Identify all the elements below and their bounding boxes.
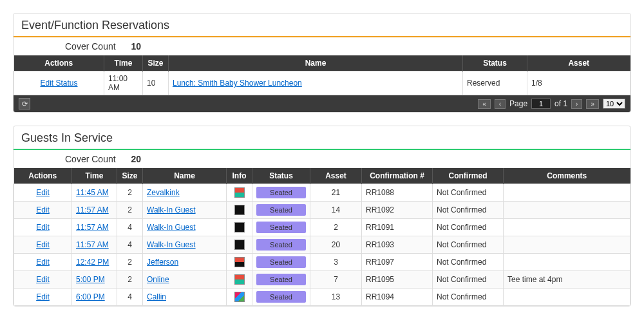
pager-next-button[interactable]: › xyxy=(571,99,582,109)
guest-comments xyxy=(504,219,630,236)
event-time: 11:00 AM xyxy=(104,71,143,95)
edit-link[interactable]: Edit xyxy=(36,223,50,232)
guest-name-link[interactable]: Walk-In Guest xyxy=(147,240,196,249)
table-row: Edit11:57 AM4Walk-In GuestSeated20RR1093… xyxy=(14,236,630,254)
edit-status-link[interactable]: Edit Status xyxy=(40,79,77,88)
event-asset: 1/8 xyxy=(527,71,630,95)
status-badge: Seated xyxy=(256,291,306,303)
guest-confirmed: Not Confirmed xyxy=(433,219,504,236)
status-badge: Seated xyxy=(256,239,306,251)
info-icon[interactable] xyxy=(234,222,245,232)
guest-confirmed: Not Confirmed xyxy=(433,184,504,202)
table-row: Edit Status11:00 AM10Lunch: Smith Baby S… xyxy=(14,71,630,95)
pager-page-input[interactable] xyxy=(531,99,551,109)
guest-name-link[interactable]: Callin xyxy=(147,292,166,301)
guests-col-confirmed: Confirmed xyxy=(433,168,504,184)
table-row: Edit6:00 PM4CallinSeated13RR1094Not Conf… xyxy=(14,289,630,306)
guest-comments xyxy=(504,289,630,306)
guest-time-link[interactable]: 12:42 PM xyxy=(76,258,109,267)
info-icon[interactable] xyxy=(234,292,245,302)
guest-size: 2 xyxy=(117,254,143,271)
status-badge: Seated xyxy=(256,187,306,198)
guest-comments xyxy=(504,236,630,254)
guest-time-link[interactable]: 11:57 AM xyxy=(76,205,109,214)
guest-name-link[interactable]: Walk-In Guest xyxy=(147,223,196,232)
edit-link[interactable]: Edit xyxy=(36,275,50,284)
guest-confirmation: RR1088 xyxy=(362,184,433,202)
pager-pagesize-select[interactable]: 10 xyxy=(603,99,625,109)
table-row: Edit11:45 AM2ZevalkinkSeated21RR1088Not … xyxy=(14,184,630,202)
status-badge: Seated xyxy=(256,274,306,285)
guests-title: Guests In Service xyxy=(14,126,630,147)
guests-col-time: Time xyxy=(72,168,117,184)
guest-time-link[interactable]: 11:45 AM xyxy=(76,188,109,197)
info-icon[interactable] xyxy=(234,257,245,267)
pager-prev-button[interactable]: ‹ xyxy=(495,99,506,109)
guest-time-link[interactable]: 5:00 PM xyxy=(76,275,105,284)
edit-link[interactable]: Edit xyxy=(36,292,50,301)
guest-asset: 13 xyxy=(310,289,362,306)
pager-first-button[interactable]: « xyxy=(478,99,491,109)
guest-comments xyxy=(504,254,630,271)
guests-col-confirmation: Confirmation # xyxy=(362,168,433,184)
edit-link[interactable]: Edit xyxy=(36,205,50,214)
guest-size: 4 xyxy=(117,219,143,236)
guest-time-link[interactable]: 11:57 AM xyxy=(76,240,109,249)
guest-time-link[interactable]: 6:00 PM xyxy=(76,292,105,301)
events-col-status: Status xyxy=(463,55,527,71)
events-col-name: Name xyxy=(169,55,463,71)
guest-confirmation: RR1094 xyxy=(362,289,433,306)
pager-last-button[interactable]: » xyxy=(586,99,599,109)
events-col-size: Size xyxy=(143,55,169,71)
pager-page-label-pre: Page xyxy=(509,99,527,108)
events-col-actions: Actions xyxy=(14,55,104,71)
events-col-time: Time xyxy=(104,55,143,71)
guest-asset: 14 xyxy=(310,202,362,219)
guest-asset: 2 xyxy=(310,219,362,236)
guest-size: 4 xyxy=(117,236,143,254)
guest-name-link[interactable]: Online xyxy=(147,275,169,284)
guests-cover-value: 20 xyxy=(131,154,141,164)
info-icon[interactable] xyxy=(234,240,245,250)
guest-confirmation: RR1097 xyxy=(362,254,433,271)
guest-confirmation: RR1091 xyxy=(362,219,433,236)
guest-confirmation: RR1092 xyxy=(362,202,433,219)
guests-cover-row: Cover Count 20 xyxy=(14,150,630,168)
status-badge: Seated xyxy=(256,256,306,268)
edit-link[interactable]: Edit xyxy=(36,258,50,267)
info-icon[interactable] xyxy=(234,274,245,285)
events-cover-row: Cover Count 10 xyxy=(14,37,630,55)
table-row: Edit11:57 AM2Walk-In GuestSeated14RR1092… xyxy=(14,202,630,219)
guest-confirmation: RR1095 xyxy=(362,271,433,289)
events-cover-value: 10 xyxy=(131,41,141,52)
guests-col-size: Size xyxy=(117,168,143,184)
guests-col-comments: Comments xyxy=(504,168,630,184)
guests-col-status: Status xyxy=(252,168,310,184)
event-size: 10 xyxy=(143,71,169,95)
guest-comments: Tee time at 4pm xyxy=(504,271,630,289)
guest-name-link[interactable]: Zevalkink xyxy=(147,188,180,197)
pager-page-label-post: of 1 xyxy=(554,99,567,108)
events-col-asset: Asset xyxy=(527,55,630,71)
edit-link[interactable]: Edit xyxy=(36,188,50,197)
info-icon[interactable] xyxy=(234,205,245,215)
guests-col-name: Name xyxy=(143,168,227,184)
info-icon[interactable] xyxy=(234,187,245,198)
table-row: Edit12:42 PM2JeffersonSeated3RR1097Not C… xyxy=(14,254,630,271)
status-badge: Seated xyxy=(256,222,306,233)
guests-col-info: Info xyxy=(227,168,252,184)
refresh-icon[interactable]: ⟳ xyxy=(19,98,30,109)
guest-name-link[interactable]: Walk-In Guest xyxy=(147,205,196,214)
guest-name-link[interactable]: Jefferson xyxy=(147,258,178,267)
edit-link[interactable]: Edit xyxy=(36,240,50,249)
event-name-link[interactable]: Lunch: Smith Baby Shower Luncheon xyxy=(173,79,302,88)
guest-confirmed: Not Confirmed xyxy=(433,271,504,289)
events-panel: Event/Function Reservations Cover Count … xyxy=(13,13,631,113)
guest-comments xyxy=(504,202,630,219)
guest-confirmed: Not Confirmed xyxy=(433,202,504,219)
event-status: Reserved xyxy=(463,71,527,95)
guests-col-asset: Asset xyxy=(310,168,362,184)
guest-time-link[interactable]: 11:57 AM xyxy=(76,223,109,232)
guests-col-actions: Actions xyxy=(14,168,72,184)
table-row: Edit5:00 PM2OnlineSeated7RR1095Not Confi… xyxy=(14,271,630,289)
